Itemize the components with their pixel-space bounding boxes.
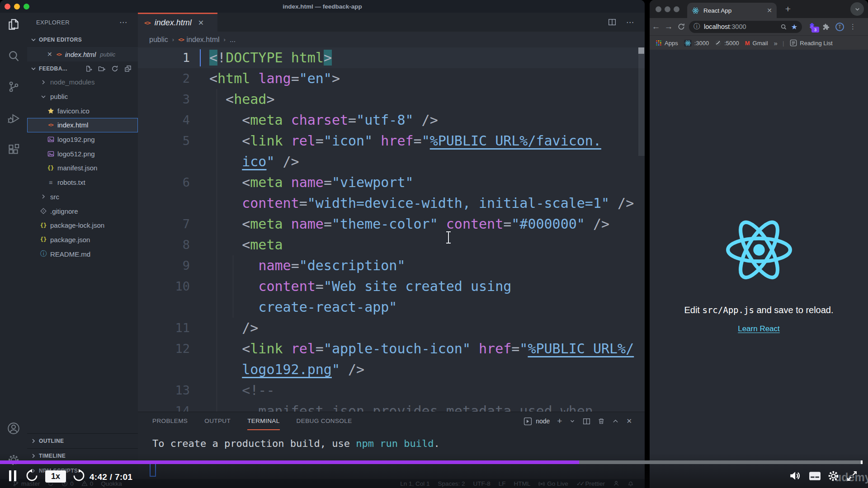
tree-item-index.html[interactable]: <>index.html bbox=[27, 118, 138, 132]
tree-item-node_modules[interactable]: node_modules bbox=[27, 75, 138, 89]
project-section[interactable]: FEEDBA... bbox=[27, 61, 138, 76]
bookmark-3000[interactable]: :3000 bbox=[684, 40, 709, 47]
code-line[interactable]: logo192.png" /> bbox=[138, 359, 645, 380]
code-line[interactable]: 7 <meta name="theme-color" content="#000… bbox=[138, 214, 645, 235]
browser-menu-icon[interactable]: ⋮ bbox=[849, 23, 856, 31]
extension-icon[interactable]: 3 bbox=[808, 23, 816, 31]
open-editor-item[interactable]: ✕ <> index.html public bbox=[27, 47, 138, 61]
new-file-icon[interactable] bbox=[85, 65, 92, 72]
learn-react-link[interactable]: Learn React bbox=[738, 324, 780, 333]
tree-item-README.md[interactable]: ⓘREADME.md bbox=[27, 247, 138, 261]
code-line[interactable]: 6 <meta name="viewport" bbox=[138, 172, 645, 193]
code-line[interactable]: 13 <!-- bbox=[138, 380, 645, 401]
player-progress-bar[interactable] bbox=[0, 460, 868, 464]
code-line[interactable]: 10 content="Web site created using bbox=[138, 276, 645, 297]
status-prettier[interactable]: ✓✓Prettier bbox=[576, 480, 605, 487]
minimize-window-button[interactable] bbox=[665, 6, 670, 12]
code-line[interactable]: 4 <meta charset="utf-8" /> bbox=[138, 110, 645, 131]
captions-icon[interactable] bbox=[809, 471, 821, 481]
forward-icon[interactable]: → bbox=[662, 22, 675, 32]
zoom-window-button[interactable] bbox=[674, 6, 679, 12]
bookmark-gmail[interactable]: MGmail bbox=[745, 40, 768, 47]
volume-icon[interactable] bbox=[789, 470, 801, 482]
panel-tab-problems[interactable]: PROBLEMS bbox=[152, 412, 188, 430]
bookmark-readinglist[interactable]: Reading List bbox=[790, 39, 832, 47]
search-icon[interactable] bbox=[7, 49, 20, 63]
close-window-button[interactable] bbox=[5, 4, 10, 9]
tree-item-favicon.ico[interactable]: favicon.ico bbox=[27, 103, 138, 118]
status-person[interactable] bbox=[613, 480, 619, 487]
url-text[interactable]: localhost bbox=[704, 23, 730, 30]
editor-scrollbar[interactable] bbox=[638, 47, 645, 156]
code-line[interactable]: create-react-app" bbox=[138, 297, 645, 318]
panel-tab-terminal[interactable]: TERMINAL bbox=[247, 412, 279, 430]
code-line[interactable]: 5 <link rel="icon" href="%PUBLIC_URL%/fa… bbox=[138, 131, 645, 151]
back-icon[interactable]: ← bbox=[650, 22, 662, 32]
tab-search-icon[interactable] bbox=[850, 2, 864, 16]
code-line[interactable]: content="width=device-width, initial-sca… bbox=[138, 193, 645, 214]
breadcrumb[interactable]: public › <> index.html › ... bbox=[138, 32, 645, 47]
tree-item-logo512.png[interactable]: logo512.png bbox=[27, 146, 138, 161]
tab-index-html[interactable]: <> index.html ✕ bbox=[138, 13, 217, 32]
status-ln-1-col-1[interactable]: Ln 1, Col 1 bbox=[400, 480, 429, 487]
player-settings-gear-icon[interactable] bbox=[827, 470, 840, 482]
profile-avatar[interactable]: T bbox=[835, 23, 844, 31]
new-terminal-icon[interactable]: + bbox=[557, 416, 562, 426]
code-line[interactable]: 9 name="description" bbox=[138, 255, 645, 276]
new-folder-icon[interactable] bbox=[98, 65, 105, 72]
close-icon[interactable]: ✕ bbox=[47, 51, 52, 58]
close-window-button[interactable] bbox=[656, 6, 661, 12]
open-editors-section[interactable]: OPEN EDITORS bbox=[27, 33, 138, 47]
collapse-folders-icon[interactable] bbox=[124, 65, 132, 72]
run-debug-icon[interactable] bbox=[7, 112, 20, 125]
bookmark-apps[interactable]: Apps bbox=[656, 40, 678, 47]
tree-item-logo192.png[interactable]: logo192.png bbox=[27, 132, 138, 147]
forward-button[interactable] bbox=[72, 469, 85, 482]
status-bell[interactable] bbox=[627, 480, 634, 487]
new-tab-button[interactable]: + bbox=[783, 4, 793, 14]
code-line[interactable]: ico" /> bbox=[138, 151, 645, 172]
outline-section[interactable]: OUTLINE bbox=[27, 433, 138, 448]
status-spaces-2[interactable]: Spaces: 2 bbox=[438, 480, 465, 487]
panel-tab-debug-console[interactable]: DEBUG CONSOLE bbox=[297, 412, 352, 430]
source-control-icon[interactable] bbox=[7, 80, 20, 94]
pause-button[interactable] bbox=[9, 470, 16, 481]
code-line[interactable]: 11 /> bbox=[138, 318, 645, 338]
tree-item-.gitignore[interactable]: .gitignore bbox=[27, 204, 138, 218]
tree-item-src[interactable]: src bbox=[27, 190, 138, 204]
bookmark-star-icon[interactable]: ★ bbox=[791, 23, 797, 31]
explorer-more-icon[interactable]: ⋯ bbox=[119, 15, 128, 29]
reload-icon[interactable] bbox=[675, 23, 688, 31]
code-line[interactable]: 1<!DOCTYPE html> bbox=[138, 47, 645, 68]
code-line[interactable]: 12 <link rel="apple-touch-icon" href="%P… bbox=[138, 338, 645, 359]
panel-tab-output[interactable]: OUTPUT bbox=[204, 412, 231, 430]
split-editor-icon[interactable] bbox=[608, 18, 616, 26]
browser-window-controls[interactable] bbox=[656, 0, 679, 18]
search-icon[interactable] bbox=[780, 23, 787, 30]
terminal-dropdown-icon[interactable] bbox=[569, 418, 576, 424]
fullscreen-icon[interactable] bbox=[846, 470, 858, 482]
tree-item-manifest.json[interactable]: {}manifest.json bbox=[27, 161, 138, 175]
code-line[interactable]: 14 manifest.json provides metadata used … bbox=[138, 401, 645, 412]
terminal-shell-label[interactable]: node bbox=[536, 418, 550, 425]
zoom-window-button[interactable] bbox=[24, 4, 29, 9]
close-tab-icon[interactable]: ✕ bbox=[767, 7, 772, 14]
split-terminal-icon[interactable] bbox=[583, 418, 590, 425]
close-tab-icon[interactable]: ✕ bbox=[198, 19, 204, 27]
maximize-panel-icon[interactable] bbox=[612, 418, 619, 425]
code-line[interactable]: 3 <head> bbox=[138, 89, 645, 110]
account-icon[interactable] bbox=[7, 422, 20, 435]
bookmark-[interactable]: | bbox=[783, 40, 784, 47]
tree-item-package.json[interactable]: {}package.json bbox=[27, 233, 138, 247]
status-html[interactable]: HTML bbox=[514, 480, 531, 487]
editor-more-icon[interactable]: ⋯ bbox=[626, 18, 635, 27]
status-go-live[interactable]: Go Live bbox=[538, 480, 568, 487]
kill-terminal-icon[interactable] bbox=[598, 418, 605, 425]
settings-gear-icon[interactable] bbox=[7, 453, 20, 467]
playback-speed-button[interactable]: 1x bbox=[45, 470, 66, 483]
address-bar[interactable]: ⓘ localhost :3000 ★ bbox=[689, 21, 802, 33]
rewind-button[interactable] bbox=[25, 469, 38, 482]
status-lf[interactable]: LF bbox=[499, 480, 506, 487]
tree-item-public[interactable]: public bbox=[27, 89, 138, 104]
code-line[interactable]: 8 <meta bbox=[138, 235, 645, 255]
